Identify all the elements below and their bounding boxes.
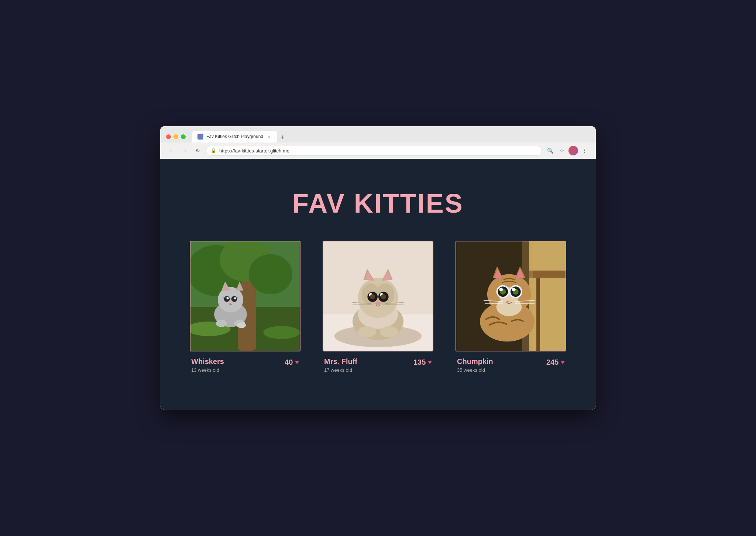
tab-title: Fav Kitties Glitch Playground [206,134,263,139]
back-icon: ← [169,148,174,154]
fav-count-whiskers: 40 [285,358,293,367]
kitty-age-mrs-fluff: 17 weeks old [324,367,357,373]
svg-point-39 [381,294,386,299]
kitty-age-whiskers: 13 weeks old [191,367,224,373]
svg-point-7 [263,326,300,339]
kitty-image-wrapper-chumpkin [456,241,566,351]
address-bar[interactable]: 🔒 https://fav-kitties-starter.glitch.me [206,146,542,156]
svg-point-68 [512,288,516,291]
close-button[interactable] [166,134,171,139]
svg-rect-51 [536,278,540,351]
svg-point-21 [237,322,246,328]
kitty-name-mrs-fluff: Mrs. Fluff [324,357,357,366]
reload-icon: ↻ [196,148,200,154]
active-tab[interactable]: Fav Kitties Glitch Playground × [192,131,277,142]
user-avatar[interactable] [568,146,578,155]
kitty-image-mrs-fluff [323,241,433,351]
browser-chrome: Fav Kitties Glitch Playground × + ← → ↻ … [160,126,596,159]
kitty-fav-mrs-fluff[interactable]: 135 ♥ [413,358,432,367]
minimize-button[interactable] [173,134,178,139]
nav-bar: ← → ↻ 🔒 https://fav-kitties-starter.glit… [160,142,596,159]
forward-button[interactable]: → [179,145,190,156]
kitty-card-whiskers: Whiskers 13 weeks old 40 ♥ [190,241,300,373]
heart-icon-mrs-fluff: ♥ [428,358,432,366]
browser-window: Fav Kitties Glitch Playground × + ← → ↻ … [160,126,596,410]
tab-favicon [197,134,203,140]
svg-point-38 [370,294,375,299]
kitty-name-section-mrs-fluff: Mrs. Fluff 17 weeks old [324,357,357,373]
kitty-fav-chumpkin[interactable]: 245 ♥ [546,358,565,367]
fav-count-chumpkin: 245 [546,358,559,367]
back-button[interactable]: ← [166,145,176,156]
kitty-info-row-whiskers: Whiskers 13 weeks old 40 ♥ [190,357,300,373]
kitty-image-wrapper-mrs-fluff [323,241,433,351]
svg-point-67 [499,288,503,291]
lock-icon: 🔒 [211,148,216,153]
heart-icon-chumpkin: ♥ [561,358,565,366]
nav-actions: 🔍 ☆ ⋮ [545,145,590,156]
kitty-age-chumpkin: 35 weeks old [457,367,493,373]
kitty-name-chumpkin: Chumpkin [457,357,493,366]
url-text: https://fav-kitties-starter.glitch.me [219,148,537,154]
kitty-name-whiskers: Whiskers [191,357,224,366]
svg-point-19 [216,320,227,327]
tabs-bar: Fav Kitties Glitch Playground × + [192,131,590,142]
maximize-button[interactable] [181,134,186,139]
svg-rect-49 [529,241,566,351]
star-icon: ☆ [560,148,564,154]
new-tab-button[interactable]: + [277,132,288,142]
forward-icon: → [182,148,187,154]
search-icon: 🔍 [547,148,553,154]
kitties-grid: Whiskers 13 weeks old 40 ♥ [190,241,566,373]
svg-point-9 [218,287,243,312]
kitty-card-mrs-fluff: Mrs. Fluff 17 weeks old 135 ♥ [323,241,433,373]
title-bar: Fav Kitties Glitch Playground × + [160,126,596,142]
app-content: FAV KITTIES [160,159,596,410]
kitty-fav-whiskers[interactable]: 40 ♥ [285,358,299,367]
search-button[interactable]: 🔍 [545,145,555,156]
svg-point-5 [249,254,292,295]
kitty-card-chumpkin: Chumpkin 35 weeks old 245 ♥ [456,241,566,373]
heart-icon-whiskers: ♥ [295,358,299,366]
svg-point-40 [375,302,381,305]
kitty-name-section-chumpkin: Chumpkin 35 weeks old [457,357,493,373]
tab-close-button[interactable]: × [266,134,272,140]
svg-point-46 [380,326,398,337]
kitty-image-chumpkin [456,241,566,351]
kitty-image-wrapper-whiskers [190,241,300,351]
kitty-image-whiskers [190,241,300,351]
kitty-name-section-whiskers: Whiskers 13 weeks old [191,357,224,373]
kitty-info-row-chumpkin: Chumpkin 35 weeks old 245 ♥ [456,357,566,373]
page-title: FAV KITTIES [292,188,464,219]
svg-rect-50 [529,271,566,278]
kitty-info-row-mrs-fluff: Mrs. Fluff 17 weeks old 135 ♥ [323,357,433,373]
reload-button[interactable]: ↻ [193,145,203,156]
menu-button[interactable]: ⋮ [580,145,590,156]
menu-icon: ⋮ [582,148,587,154]
svg-point-45 [358,326,376,337]
traffic-lights [166,134,186,139]
fav-count-mrs-fluff: 135 [413,358,426,367]
bookmark-button[interactable]: ☆ [557,145,567,156]
